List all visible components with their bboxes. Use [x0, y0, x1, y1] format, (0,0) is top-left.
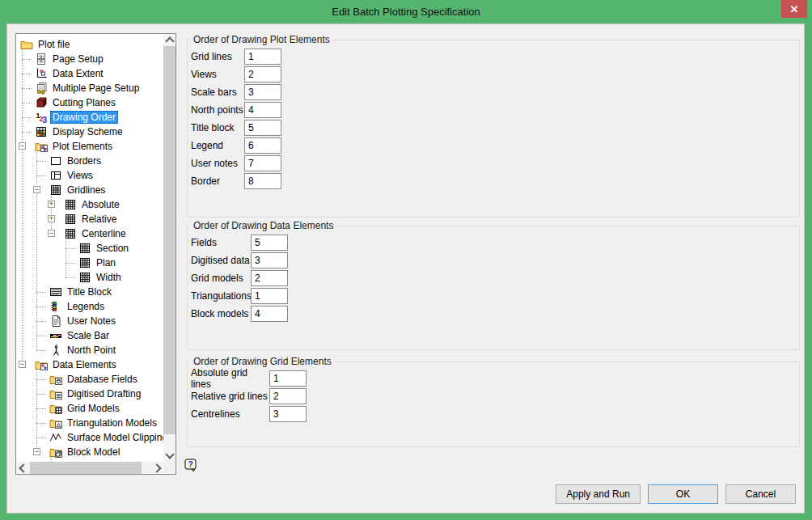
scrollbar-corner [163, 462, 176, 474]
tree-item-label: Database Fields [65, 373, 140, 386]
scroll-right-button[interactable] [151, 462, 163, 474]
tree-item-user-notes[interactable]: User Notes [16, 314, 163, 328]
tree-item-title-block[interactable]: Title Block [16, 285, 163, 299]
horizontal-scroll-thumb[interactable] [30, 462, 142, 474]
user-notes-input[interactable] [244, 155, 281, 171]
border-label: Border [191, 175, 244, 187]
tree-item-views[interactable]: Views [16, 168, 163, 183]
tree-item-north-point[interactable]: North Point [16, 343, 163, 357]
grid-lines-input[interactable] [244, 49, 281, 65]
tree-item-label: Relative [79, 213, 119, 226]
tree-item-centerline[interactable]: −Centerline [16, 226, 163, 241]
collapse-icon[interactable]: − [48, 230, 55, 237]
north-points-input[interactable] [244, 102, 281, 118]
tree-connector [22, 103, 32, 104]
tree-item-scale-bar[interactable]: Scale Bar [16, 328, 163, 343]
relative-grid-lines-input[interactable] [269, 388, 307, 404]
cancel-button[interactable]: Cancel [725, 484, 796, 504]
fields-input[interactable] [251, 235, 288, 251]
scale-bars-input[interactable] [244, 84, 281, 100]
tree-connector [22, 132, 32, 133]
tree-item-digitised-drafting[interactable]: Digitised Drafting [16, 387, 163, 401]
views-input[interactable] [244, 66, 281, 82]
folder-closed-icon [20, 38, 33, 51]
tree-item-surface-model-clipping[interactable]: Surface Model Clipping [16, 430, 163, 445]
dialog-buttons: Apply and Run OK Cancel [556, 484, 796, 504]
tree-item-plot-file[interactable]: Plot file [16, 37, 163, 52]
tree-item-section[interactable]: Section [16, 241, 163, 256]
tree-item-label: Plan [94, 256, 118, 269]
cutting-planes-icon [35, 96, 48, 109]
tree-connector [22, 74, 32, 74]
svg-text:?: ? [188, 460, 192, 469]
tree-connector [36, 408, 46, 409]
tree-item-label: Display Scheme [50, 125, 125, 138]
tree-item-data-elements[interactable]: −Data Elements [16, 357, 163, 372]
tree-item-multiple-page-setup[interactable]: Multiple Page Setup [16, 81, 163, 95]
tree-item-label: Block Model [65, 446, 122, 459]
collapse-icon[interactable]: − [33, 448, 40, 455]
tree-connector [66, 277, 75, 278]
legend-input[interactable] [244, 137, 281, 154]
apply-and-run-button[interactable]: Apply and Run [556, 484, 641, 504]
tree-item-legends[interactable]: Legends [16, 299, 163, 314]
tree-item-label: North Point [65, 344, 118, 357]
scroll-left-button[interactable] [16, 462, 28, 474]
triangulations-input[interactable] [251, 288, 288, 304]
close-icon: ✕ [790, 4, 799, 15]
tree-item-borders[interactable]: Borders [16, 154, 163, 168]
tree-item-plot-elements[interactable]: −Plot Elements [16, 139, 163, 154]
tree-connector [66, 248, 75, 249]
collapse-icon[interactable]: − [33, 186, 40, 193]
help-button[interactable]: ? [184, 459, 197, 472]
tree-item-block-model[interactable]: −Block Model [16, 445, 163, 459]
tree-item-display-scheme[interactable]: Display Scheme [16, 125, 163, 139]
horizontal-scrollbar[interactable] [16, 462, 163, 474]
border-input[interactable] [244, 173, 281, 189]
tree-item-relative[interactable]: +Relative [16, 212, 163, 226]
collapse-icon[interactable]: − [19, 142, 26, 150]
block-models-input[interactable] [251, 306, 288, 322]
vertical-scroll-thumb[interactable] [163, 46, 176, 434]
tree-item-triangulation-models[interactable]: Triangulation Models [16, 416, 163, 430]
tree-item-absolute[interactable]: +Absolute [16, 197, 163, 212]
group-title: Order of Drawing Data Elements [190, 220, 336, 231]
absolute-grid-lines-input[interactable] [269, 370, 307, 387]
tree-item-drawing-order[interactable]: Drawing Order [16, 110, 163, 125]
title-block-input[interactable] [244, 120, 281, 136]
field-row-triangulations: Triangulations [188, 287, 799, 305]
edit-batch-plotting-dialog: Edit Batch Plotting Specification ✕ Plot… [0, 0, 812, 520]
tree-item-label: Data Extent [50, 67, 106, 80]
titlebar[interactable]: Edit Batch Plotting Specification ✕ [0, 0, 812, 23]
tree-item-data-extent[interactable]: Data Extent [16, 66, 163, 81]
block-models-label: Block models [191, 308, 251, 319]
close-button[interactable]: ✕ [781, 0, 807, 18]
tree-item-gridlines[interactable]: −Gridlines [16, 183, 163, 197]
digitised-data-input[interactable] [251, 252, 288, 268]
tree-item-label: Drawing Order [50, 111, 118, 124]
scroll-up-button[interactable] [163, 34, 176, 46]
tree-item-cutting-planes[interactable]: Cutting Planes [16, 95, 163, 110]
expand-icon[interactable]: + [48, 201, 55, 208]
scale-bars-label: Scale bars [191, 87, 244, 98]
ok-button[interactable]: OK [648, 484, 718, 504]
vertical-scrollbar[interactable] [163, 34, 176, 462]
tree-item-label: Surface Model Clipping [65, 431, 163, 444]
centrelines-input[interactable] [269, 406, 307, 422]
tree-item-page-setup[interactable]: Page Setup [16, 52, 163, 66]
scroll-down-button[interactable] [163, 450, 176, 462]
tree-item-grid-models[interactable]: Grid Models [16, 401, 163, 416]
tree-item-database-fields[interactable]: Database Fields [16, 372, 163, 387]
field-row-grid-lines: Grid lines [188, 48, 799, 66]
legends-icon [49, 300, 62, 313]
views-icon [49, 169, 62, 182]
collapse-icon[interactable]: − [19, 361, 26, 368]
grid-models-input[interactable] [251, 270, 288, 286]
tree-connector [66, 263, 75, 264]
tree-item-plan[interactable]: Plan [16, 256, 163, 270]
expand-icon[interactable]: + [48, 215, 55, 222]
tree-item-label: Scale Bar [65, 329, 112, 342]
help-icon: ? [184, 459, 197, 472]
tree-item-width[interactable]: Width [16, 270, 163, 285]
title-block-label: Title block [191, 122, 244, 133]
